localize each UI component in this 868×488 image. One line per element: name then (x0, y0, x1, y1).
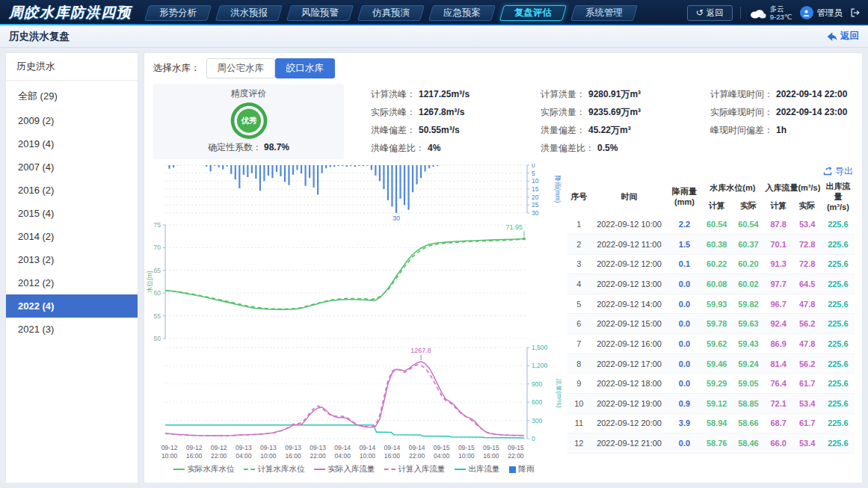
table-cell: 60.54 (733, 214, 764, 234)
metrics-time-column: 计算峰现时间：2022-09-14 22:00实际峰现时间：2022-09-14… (691, 84, 853, 159)
svg-text:10: 10 (532, 177, 539, 185)
svg-text:65: 65 (154, 267, 161, 274)
col-inflow-calc: 计算 (764, 197, 792, 215)
table-cell: 56.2 (792, 353, 821, 374)
legend-swatch (314, 469, 325, 470)
x-tick-label: 09-1510:00 (458, 444, 475, 460)
export-button[interactable]: 导出 (823, 164, 853, 178)
table-row: 32022-09-12 12:000.160.2260.2091.372.822… (567, 254, 855, 274)
year-list-item[interactable]: 2021 (3) (6, 318, 138, 341)
nav-back-label: 返回 (707, 7, 724, 19)
table-cell: 2022-09-12 20:00 (591, 413, 668, 433)
table-cell: 59.29 (701, 374, 733, 394)
metric: 洪量偏差比：0.5% (541, 139, 683, 157)
table-cell: 47.8 (792, 294, 821, 314)
table-cell: 87.8 (764, 214, 792, 234)
reservoir-row: 选择水库： 周公宅水库皎口水库 (144, 53, 862, 81)
table-row: 62022-09-12 15:000.059.7859.6392.456.222… (567, 314, 855, 334)
nav-item[interactable]: 仿真预演 (360, 5, 422, 21)
weather-widget: 多云 9-23℃ (748, 4, 792, 22)
x-tick-label: 09-1222:00 (211, 444, 227, 460)
weather-condition: 多云 (770, 4, 792, 13)
export-icon (823, 167, 832, 176)
page-title: 历史洪水复盘 (9, 30, 70, 43)
table-cell: 97.7 (764, 274, 792, 294)
nav-back-button[interactable]: ↺ 返回 (687, 5, 733, 21)
svg-text:60: 60 (154, 289, 161, 297)
export-label: 导出 (835, 165, 853, 178)
year-list-item[interactable]: 2022 (4) (6, 294, 138, 318)
nav-item[interactable]: 复盘评估 (502, 5, 564, 21)
nav-item[interactable]: 系统管理 (573, 5, 635, 21)
year-list-item[interactable]: 2013 (2) (6, 248, 138, 271)
table-row: 22022-09-12 11:001.560.3860.3770.172.822… (567, 234, 855, 254)
table-cell: 47.8 (792, 334, 821, 354)
table-cell: 91.3 (764, 254, 792, 274)
legend-item[interactable]: 降雨 (509, 464, 535, 475)
table-cell: 2022-09-12 19:00 (591, 394, 668, 414)
year-list-item[interactable]: 2007 (4) (6, 155, 138, 179)
col-inflow-group: 入库流量(m³/s) (764, 179, 822, 197)
table-cell: 2022-09-12 10:00 (591, 214, 668, 234)
svg-text:75: 75 (154, 222, 161, 229)
legend-item[interactable]: 计算入库流量 (384, 464, 446, 475)
metric: 峰现时间偏差：1h (710, 121, 853, 139)
table-cell: 225.6 (822, 274, 855, 294)
year-list: 全部 (29)2009 (2)2019 (4)2007 (4)2016 (2)2… (6, 81, 138, 344)
table-cell: 53.4 (792, 394, 821, 414)
nav-item[interactable]: 风险预警 (289, 5, 351, 21)
svg-text:25: 25 (532, 201, 539, 209)
year-list-item[interactable]: 2009 (2) (6, 109, 138, 132)
year-list-item[interactable]: 2012 (2) (6, 271, 138, 294)
svg-text:降雨(mm): 降雨(mm) (554, 176, 561, 203)
year-list-item[interactable]: 2014 (2) (6, 225, 138, 248)
logout-icon[interactable] (850, 7, 861, 18)
sidebar: 历史洪水 全部 (29)2009 (2)2019 (4)2007 (4)2016… (5, 52, 138, 484)
table-cell: 2.2 (668, 214, 701, 234)
legend-item[interactable]: 计算水库水位 (244, 464, 305, 475)
legend-item[interactable]: 实际水库水位 (173, 464, 235, 475)
svg-text:55: 55 (154, 312, 161, 320)
nav-item[interactable]: 形势分析 (147, 5, 209, 21)
table-row: 92022-09-12 18:000.059.2959.0576.461.722… (567, 374, 855, 394)
metric: 计算洪量：9280.91万m³ (541, 85, 683, 103)
metric: 洪峰偏差：50.55m³/s (371, 121, 514, 139)
table-cell: 92.4 (764, 314, 792, 334)
table-cell: 53.4 (792, 214, 821, 234)
table-cell: 70.1 (764, 234, 792, 254)
table-cell: 0.0 (668, 274, 701, 294)
metric: 实际洪峰：1267.8m³/s (371, 103, 514, 121)
table-cell: 58.85 (733, 394, 764, 414)
table-cell: 72.1 (764, 394, 792, 414)
svg-text:30: 30 (532, 209, 539, 217)
table-cell: 2 (567, 234, 591, 254)
nav-item[interactable]: 洪水预报 (218, 5, 280, 21)
accuracy-gauge: 优秀 (227, 100, 271, 141)
table-cell: 2022-09-12 18:00 (591, 374, 668, 394)
reservoir-option[interactable]: 周公宅水库 (206, 58, 276, 78)
main-panel: 选择水库： 周公宅水库皎口水库 精度评价 优秀 确定性系数：98.7% (144, 52, 863, 484)
table-cell: 225.6 (822, 234, 855, 254)
year-list-item[interactable]: 2015 (4) (6, 202, 138, 225)
table-row: 122022-09-12 21:000.058.7658.4666.053.42… (567, 433, 855, 454)
legend-item[interactable]: 出库流量 (455, 464, 500, 475)
legend-item[interactable]: 实际入库流量 (314, 464, 375, 475)
year-list-item[interactable]: 全部 (29) (6, 84, 138, 109)
certainty-coefficient: 确定性系数：98.7% (208, 141, 289, 154)
sidebar-title: 历史洪水 (6, 53, 138, 81)
year-list-item[interactable]: 2019 (4) (6, 132, 138, 155)
table-cell: 61.7 (792, 413, 821, 433)
year-list-item[interactable]: 2016 (2) (6, 179, 138, 202)
table-cell: 86.9 (764, 334, 792, 354)
back-button[interactable]: 返回 (826, 30, 859, 43)
x-tick-label: 09-1304:00 (236, 444, 252, 460)
table-cell: 0.0 (668, 314, 701, 334)
x-tick-label: 09-1210:00 (161, 444, 178, 460)
table-cell: 59.43 (733, 334, 764, 354)
cloud-icon (748, 7, 766, 19)
reservoir-option[interactable]: 皎口水库 (275, 58, 335, 78)
nav-item[interactable]: 应急预案 (431, 5, 493, 21)
svg-text:600: 600 (532, 398, 542, 406)
user-menu[interactable]: 管理员 (800, 6, 843, 19)
table-cell: 12 (567, 433, 591, 454)
